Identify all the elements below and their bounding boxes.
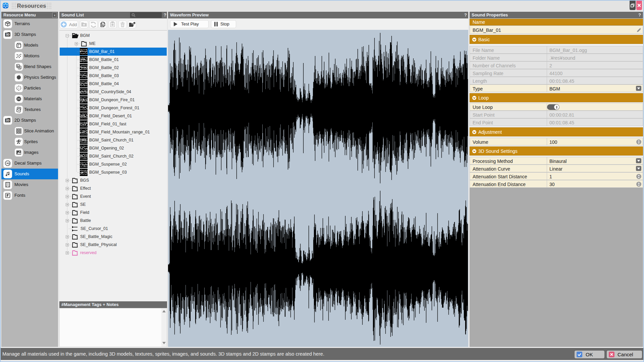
svg-text:2D: 2D xyxy=(6,119,10,122)
svg-text:D: D xyxy=(8,162,10,165)
svg-text:3D: 3D xyxy=(6,33,10,36)
svg-text:Add: Add xyxy=(69,22,77,27)
